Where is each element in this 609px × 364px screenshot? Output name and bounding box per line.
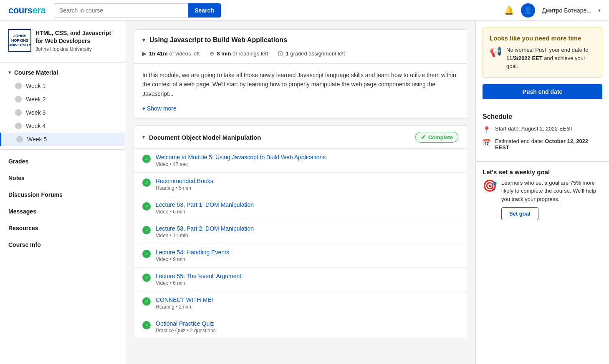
module-chevron-icon: ▾ xyxy=(142,37,145,43)
lesson-item[interactable]: ✓ Lecture 54: Handling Events Video • 9 … xyxy=(134,244,467,268)
sidebar-item-discussion[interactable]: Discussion Forums xyxy=(0,186,125,203)
week-list: Week 1 Week 2 Week 3 Week 4 Week 5 xyxy=(0,79,125,146)
week1-label: Week 1 xyxy=(26,83,45,89)
goal-section: Let's set a weekly goal 🎯 Learners who s… xyxy=(476,161,609,227)
sidebar-item-course-info[interactable]: Course Info xyxy=(0,236,125,253)
search-button[interactable]: Search xyxy=(188,3,221,18)
videos-label: of videos left xyxy=(169,50,200,57)
notification-icon[interactable]: 🔔 xyxy=(504,5,514,15)
sidebar-item-week3[interactable]: Week 3 xyxy=(0,106,125,119)
goal-text: Learners who set a goal are 75% more lik… xyxy=(501,179,602,203)
coursera-logo: coursera xyxy=(8,5,45,16)
reading-icon: ⊕ xyxy=(210,50,214,57)
module-header[interactable]: ▾ Using Javascript to Build Web Applicat… xyxy=(134,30,467,50)
jhu-logo-line1: JOHNS xyxy=(13,34,26,38)
lesson-item[interactable]: ✓ Lecture 53, Part 1: DOM Manipulation V… xyxy=(134,196,467,220)
check-circle-icon: ✔ xyxy=(421,134,426,141)
lesson-info: Lecture 55: The 'event' Argument Video •… xyxy=(156,273,458,286)
lesson-meta: Reading • 5 min xyxy=(156,185,458,191)
right-panel: Looks like you need more time 📢 No worri… xyxy=(475,21,609,364)
schedule-section: Schedule 📍 Start date: August 2, 2022 EE… xyxy=(476,106,609,161)
week3-label: Week 3 xyxy=(26,109,45,116)
sidebar-item-week2[interactable]: Week 2 xyxy=(0,93,125,106)
jhu-logo-line2: HOPKINS xyxy=(11,38,28,43)
lesson-meta: Practice Quiz • 2 questions xyxy=(156,328,458,334)
lesson-item[interactable]: ✓ Optional Practice Quiz Practice Quiz •… xyxy=(134,315,467,339)
lesson-check-icon: ✓ xyxy=(142,274,151,282)
logo-text: coursera xyxy=(8,5,45,16)
lesson-check-icon: ✓ xyxy=(142,297,151,306)
calendar-icon: 📅 xyxy=(483,138,491,146)
sidebar-item-messages[interactable]: Messages xyxy=(0,203,125,220)
section-chevron-icon: ▾ xyxy=(142,134,145,140)
lesson-check-icon: ✓ xyxy=(142,250,151,258)
lesson-check-icon: ✓ xyxy=(142,202,151,211)
stat-readings: ⊕ 8 min of readings left xyxy=(210,50,268,57)
readings-count: 8 min xyxy=(217,50,231,57)
schedule-start-item: 📍 Start date: August 2, 2022 EEST xyxy=(483,126,602,134)
tip-text: No worries! Push your end date to 11/2/2… xyxy=(506,46,595,70)
chevron-up-icon: ▾ xyxy=(142,105,145,112)
module-title-row: ▾ Using Javascript to Build Web Applicat… xyxy=(142,36,287,44)
section-title: Document Object Model Manipulation xyxy=(149,134,261,141)
show-more-label: Show more xyxy=(147,105,177,112)
lesson-item[interactable]: ✓ Welcome to Module 5: Using Javascript … xyxy=(134,149,467,173)
course-university: Johns Hopkins University xyxy=(35,46,116,52)
sidebar-item-week1[interactable]: Week 1 xyxy=(0,79,125,93)
week4-label: Week 4 xyxy=(26,123,45,129)
lesson-title: Lecture 55: The 'event' Argument xyxy=(156,273,458,279)
lesson-check-icon: ✓ xyxy=(142,321,151,329)
sidebar-item-week4[interactable]: Week 4 xyxy=(0,119,125,133)
push-date-button[interactable]: Push end date xyxy=(483,84,602,99)
schedule-title: Schedule xyxy=(483,113,602,120)
search-input[interactable] xyxy=(54,3,188,18)
module-stats: ▶ 1h 41m of videos left ⊕ 8 min of readi… xyxy=(134,50,467,64)
course-title: HTML, CSS, and Javascript for Web Develo… xyxy=(35,29,116,44)
set-goal-button[interactable]: Set goal xyxy=(501,207,538,220)
complete-label: Complete xyxy=(428,134,453,141)
lesson-list: ✓ Welcome to Module 5: Using Javascript … xyxy=(134,149,467,339)
lesson-check-icon: ✓ xyxy=(142,155,151,163)
lesson-item[interactable]: ✓ Lecture 55: The 'event' Argument Video… xyxy=(134,268,467,291)
sidebar-item-grades[interactable]: Grades xyxy=(0,153,125,170)
section-card: ▾ Document Object Model Manipulation ✔ C… xyxy=(134,126,467,339)
tip-title: Looks like you need more time xyxy=(490,35,595,42)
lesson-title: Welcome to Module 5: Using Javascript to… xyxy=(156,154,458,161)
week5-dot xyxy=(16,136,23,143)
week5-label: Week 5 xyxy=(27,136,47,143)
lesson-title: CONNECT WITH ME! xyxy=(156,296,458,303)
show-more-btn[interactable]: ▾ Show more xyxy=(134,105,467,118)
sidebar: JOHNS HOPKINS UNIVERSITY HTML, CSS, and … xyxy=(0,21,125,364)
lesson-item[interactable]: ✓ Recommended Books Reading • 5 min xyxy=(134,173,467,196)
course-material-toggle[interactable]: ▾ Course Material xyxy=(0,66,125,79)
lesson-item[interactable]: ✓ CONNECT WITH ME! Reading • 2 min xyxy=(134,291,467,315)
user-name[interactable]: Дмитро Ботнаре... xyxy=(542,7,591,14)
end-date: October 12, 2022 EEST xyxy=(495,138,588,151)
sidebar-item-notes[interactable]: Notes xyxy=(0,170,125,186)
schedule-end-item: 📅 Estimated end date: October 12, 2022 E… xyxy=(483,138,602,151)
module-description: In this module, we are going to take all… xyxy=(134,64,467,105)
module-title: Using Javascript to Build Web Applicatio… xyxy=(149,36,287,44)
video-icon: ▶ xyxy=(142,50,147,57)
sidebar-logo-area: JOHNS HOPKINS UNIVERSITY HTML, CSS, and … xyxy=(0,29,125,59)
goal-title: Let's set a weekly goal xyxy=(483,168,602,176)
sidebar-item-week5[interactable]: Week 5 xyxy=(0,133,125,146)
week4-dot xyxy=(15,123,22,129)
course-material-label: Course Material xyxy=(14,69,58,76)
graded-label: graded assignment left xyxy=(290,50,345,57)
section-header[interactable]: ▾ Document Object Model Manipulation ✔ C… xyxy=(134,126,467,149)
lesson-meta: Video • 47 sec xyxy=(156,161,458,167)
collapse-icon: ▾ xyxy=(8,70,11,75)
avatar: 👤 xyxy=(521,3,535,18)
lesson-check-icon: ✓ xyxy=(142,226,151,234)
sidebar-divider-2 xyxy=(0,149,125,150)
stat-videos: ▶ 1h 41m of videos left xyxy=(142,50,200,57)
lesson-info: Lecture 54: Handling Events Video • 9 mi… xyxy=(156,249,458,262)
sidebar-item-resources[interactable]: Resources xyxy=(0,220,125,236)
tip-box: Looks like you need more time 📢 No worri… xyxy=(483,28,602,78)
lesson-info: CONNECT WITH ME! Reading • 2 min xyxy=(156,296,458,310)
lesson-item[interactable]: ✓ Lecture 53, Part 2: DOM Manipulation V… xyxy=(134,220,467,244)
week1-dot xyxy=(15,83,22,89)
jhu-logo-line3: UNIVERSITY xyxy=(9,43,31,48)
goal-target-icon: 🎯 xyxy=(483,179,497,193)
